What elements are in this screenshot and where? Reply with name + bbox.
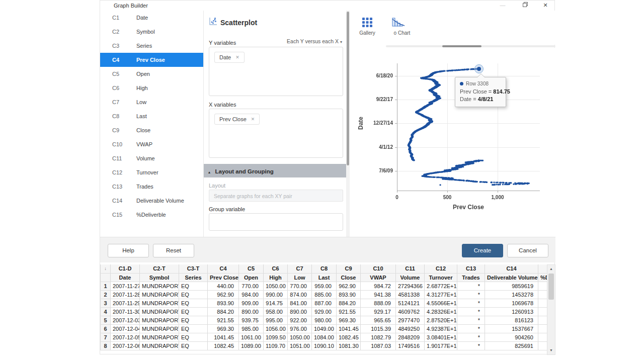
table-cell: 1260913 bbox=[485, 307, 538, 316]
x-variables-dropzone[interactable]: Prev Close ✕ bbox=[209, 109, 343, 158]
column-id: C1 bbox=[112, 11, 119, 25]
column-header: C14 bbox=[485, 264, 538, 273]
table-cell: * bbox=[457, 282, 485, 290]
layout-grouping-header[interactable]: ▴ Layout and Grouping bbox=[204, 164, 346, 177]
variable-chip-prev-close[interactable]: Prev Close ✕ bbox=[214, 114, 260, 125]
table-cell: 1453278 bbox=[485, 290, 538, 299]
column-name: Series bbox=[136, 39, 152, 53]
column-row-c6[interactable]: C6High bbox=[100, 81, 203, 95]
minimize-icon[interactable]: — bbox=[496, 1, 510, 10]
reset-button[interactable]: Reset bbox=[153, 244, 194, 257]
highlighted-point[interactable] bbox=[474, 64, 484, 73]
gallery-scrollbar-thumb[interactable] bbox=[442, 45, 481, 47]
column-name: Close bbox=[136, 123, 150, 137]
table-cell: 440.00 bbox=[208, 282, 239, 290]
table-cell: 2007-11-28 bbox=[111, 290, 140, 299]
column-id: C6 bbox=[112, 81, 119, 95]
table-cell: 1081.30 bbox=[337, 341, 361, 350]
column-row-c13[interactable]: C13Trades bbox=[100, 179, 203, 194]
chip-remove-icon[interactable]: ✕ bbox=[235, 55, 239, 60]
table-row: 52007-12-03MUNDRAPORTEQ921.55939.75995.0… bbox=[101, 316, 547, 324]
window-title: Graph Builder bbox=[114, 3, 148, 9]
table-cell: * bbox=[457, 324, 485, 333]
column-header: High bbox=[264, 273, 288, 282]
column-header: Low bbox=[288, 273, 312, 282]
help-button[interactable]: Help bbox=[108, 244, 149, 257]
column-header: C10 bbox=[361, 264, 396, 273]
gallery-icon bbox=[350, 16, 384, 29]
scroll-up-icon[interactable]: ▲ bbox=[547, 265, 555, 273]
builder-scrollbar[interactable] bbox=[346, 11, 350, 237]
chart-region: Date Prev Close Row 3308 Prev Close = 81… bbox=[350, 48, 555, 237]
row-number-cell: 5 bbox=[101, 316, 111, 324]
builder-scrollbar-thumb[interactable] bbox=[347, 12, 349, 165]
table-cell: * bbox=[457, 307, 485, 316]
table-cell: 825691 bbox=[485, 341, 538, 350]
table-cell: 959.00 bbox=[312, 282, 337, 290]
column-row-c10[interactable]: C10VWAP bbox=[100, 137, 203, 151]
variable-chip-date[interactable]: Date ✕ bbox=[214, 52, 245, 63]
chip-remove-icon[interactable]: ✕ bbox=[251, 117, 255, 122]
gallery-item-pareto-chart[interactable]: o Chart bbox=[387, 11, 417, 45]
column-row-c2[interactable]: C2Symbol bbox=[100, 25, 203, 39]
row-number-cell: 7 bbox=[101, 333, 111, 341]
restore-icon[interactable] bbox=[518, 1, 532, 10]
table-scrollbar-thumb[interactable] bbox=[548, 274, 554, 300]
create-button[interactable]: Create bbox=[462, 244, 503, 257]
layout-select[interactable]: Separate graphs for each XY pair bbox=[209, 190, 343, 202]
table-cell: EQ bbox=[179, 333, 208, 341]
builder-panel: Scatterplot Each Y versus each X▾ Y vari… bbox=[204, 11, 346, 237]
column-row-c11[interactable]: C11Volume bbox=[100, 151, 203, 165]
table-cell: 890.00 bbox=[239, 307, 264, 316]
table-cell: * bbox=[457, 290, 485, 299]
y-tick-label: 7/6/09 bbox=[379, 168, 393, 173]
table-cell: 1082.45 bbox=[208, 341, 239, 350]
table-cell: 1015.39 bbox=[361, 324, 396, 333]
table-cell: 816123 bbox=[485, 316, 538, 324]
column-row-c1[interactable]: C1Date bbox=[100, 11, 203, 25]
y-tick-label: 9/22/17 bbox=[376, 97, 393, 102]
column-header: C9 bbox=[337, 264, 361, 273]
table-cell: 1537667 bbox=[485, 324, 538, 333]
column-row-c9[interactable]: C9Close bbox=[100, 123, 203, 137]
close-icon[interactable]: ✕ bbox=[538, 1, 552, 10]
table-row: 12007-11-27MUNDRAPORTEQ440.00770.001050.… bbox=[101, 282, 547, 290]
row-number-cell: 8 bbox=[101, 341, 111, 350]
y-variables-dropzone[interactable]: Date ✕ bbox=[209, 47, 343, 96]
table-cell: 1099.50 bbox=[264, 333, 288, 341]
column-row-c15[interactable]: C15%Deliverble bbox=[100, 208, 203, 222]
plot-mode-selector[interactable]: Each Y versus each X▾ bbox=[287, 38, 342, 44]
column-row-c3[interactable]: C3Series bbox=[100, 39, 203, 53]
column-row-c4[interactable]: C4Prev Close bbox=[100, 53, 203, 67]
group-variable-dropzone[interactable] bbox=[209, 213, 343, 231]
cancel-button[interactable]: Cancel bbox=[507, 244, 548, 257]
table-cell: 1069678 bbox=[485, 299, 538, 307]
column-row-c12[interactable]: C12Turnover bbox=[100, 165, 203, 179]
table-cell bbox=[538, 333, 547, 341]
scroll-down-icon[interactable]: ▼ bbox=[547, 347, 555, 354]
gallery-item-gallery[interactable]: Gallery bbox=[350, 11, 384, 45]
column-row-c14[interactable]: C14Deliverable Volume bbox=[100, 194, 203, 208]
collapse-icon: ▴ bbox=[208, 170, 210, 174]
table-cell: 2007-12-04 bbox=[111, 324, 140, 333]
table-cell: 884.20 bbox=[337, 299, 361, 307]
column-header: C12 bbox=[425, 264, 457, 273]
table-scrollbar[interactable]: ▲ ▼ bbox=[547, 264, 555, 355]
table-cell: 770.00 bbox=[239, 282, 264, 290]
table-cell: 929.00 bbox=[312, 307, 337, 316]
table-cell: 1051.00 bbox=[288, 341, 312, 350]
column-row-c7[interactable]: C7Low bbox=[100, 95, 203, 109]
table-cell: 841.00 bbox=[288, 299, 312, 307]
table-cell: * bbox=[457, 341, 485, 350]
y-tick-label: 6/18/20 bbox=[376, 73, 393, 78]
column-name: High bbox=[136, 81, 148, 95]
table-cell: 1056.00 bbox=[264, 324, 288, 333]
column-row-c8[interactable]: C8Last bbox=[100, 109, 203, 123]
column-row-c5[interactable]: C5Open bbox=[100, 67, 203, 81]
row-number-cell: 6 bbox=[101, 324, 111, 333]
table-cell: 1084.00 bbox=[312, 333, 337, 341]
table-cell: 27294366 bbox=[396, 282, 425, 290]
table-cell: 893.90 bbox=[208, 299, 239, 307]
table-cell: 2007-12-06 bbox=[111, 341, 140, 350]
table-cell: 893.90 bbox=[337, 290, 361, 299]
